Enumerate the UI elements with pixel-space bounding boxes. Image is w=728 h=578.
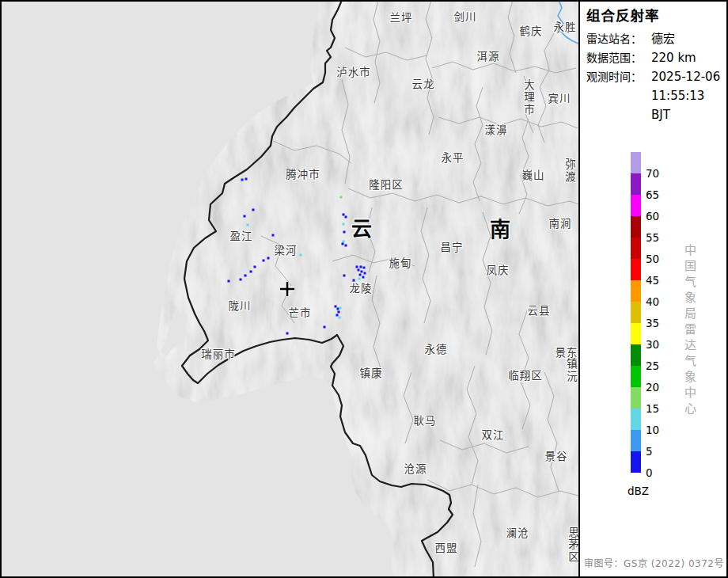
place-label: 施甸 xyxy=(389,254,412,270)
legend-tick: 50 xyxy=(646,252,659,266)
legend-color-segment xyxy=(631,259,641,280)
legend-color-segment xyxy=(631,430,641,451)
place-label: 凤庆 xyxy=(487,261,510,277)
province-label: 云 xyxy=(351,212,372,241)
place-label: 云龙 xyxy=(412,75,435,91)
legend-tick: 30 xyxy=(646,337,659,352)
legend-tick-labels: 7065605550454035302520151050 xyxy=(646,152,674,485)
legend-tick: 65 xyxy=(646,188,659,202)
legend-tick: 25 xyxy=(646,359,659,373)
map-labels: 兰坪剑川鹤庆永胜泸水市洱源云龙大理市宾川漾濞永平巍山弥渡腾冲市隆阳区南涧云南盈江… xyxy=(0,0,578,578)
place-label: 沧源 xyxy=(404,460,427,476)
legend-color-segment xyxy=(631,387,641,409)
place-label: 芒市 xyxy=(289,304,312,320)
place-label: 宾川 xyxy=(548,89,571,105)
place-label: 永德 xyxy=(425,340,448,356)
legend-tick: 60 xyxy=(646,209,659,223)
place-label: 澜沧 xyxy=(506,524,529,540)
place-label: 泸水市 xyxy=(336,63,371,79)
legend-tick: 15 xyxy=(646,401,659,416)
place-label: 兰坪 xyxy=(390,9,413,25)
legend-color-segment xyxy=(631,173,641,195)
map-approval-number: 审图号：GS京 (2022) 0372号 xyxy=(580,556,728,569)
place-label: 昌宁 xyxy=(441,238,464,254)
place-label: 洱源 xyxy=(477,48,500,63)
legend-color-segment xyxy=(631,152,641,173)
place-label: 临翔区 xyxy=(508,367,543,382)
legend-color-segment xyxy=(631,280,641,302)
place-label: 镇沅 xyxy=(563,359,579,383)
legend-tick: 55 xyxy=(646,230,659,245)
place-label: 南涧 xyxy=(549,215,572,230)
map-area: 兰坪剑川鹤庆永胜泸水市洱源云龙大理市宾川漾濞永平巍山弥渡腾冲市隆阳区南涧云南盈江… xyxy=(0,0,580,578)
reflectivity-legend: 7065605550454035302520151050 dBZ xyxy=(580,0,728,578)
place-label: 隆阳区 xyxy=(369,176,404,192)
legend-color-segment xyxy=(631,195,641,216)
place-label: 腾冲市 xyxy=(286,165,320,181)
place-label: 瑞丽市 xyxy=(201,345,236,361)
legend-color-segment xyxy=(631,238,641,259)
legend-color-segment xyxy=(631,302,641,323)
legend-tick: 5 xyxy=(646,444,653,458)
province-label: 南 xyxy=(490,213,510,242)
place-label: 鹤庆 xyxy=(520,22,543,38)
legend-tick: 0 xyxy=(646,466,653,480)
info-panel: 组合反射率 雷达站名：德宏数据范围：220 km观测时间：2025-12-061… xyxy=(580,0,728,578)
place-label: 景东 xyxy=(555,344,578,359)
legend-color-bar xyxy=(631,152,641,473)
place-label: 镇康 xyxy=(360,364,383,380)
place-label: 剑川 xyxy=(454,8,477,24)
legend-tick: 40 xyxy=(646,295,659,309)
legend-tick: 45 xyxy=(646,273,659,287)
legend-color-segment xyxy=(631,451,641,473)
place-label: 龙陵 xyxy=(350,279,373,295)
place-label: 大理市 xyxy=(521,79,537,116)
legend-color-segment xyxy=(631,344,641,366)
legend-color-segment xyxy=(631,323,641,344)
watermark-text: 中国气象局雷达气象中心 xyxy=(681,244,698,418)
place-label: 景谷 xyxy=(545,447,568,463)
place-label: 梁河 xyxy=(275,241,298,257)
place-label: 永胜 xyxy=(554,18,577,34)
place-label: 云县 xyxy=(528,302,551,318)
place-label: 巍山 xyxy=(522,166,545,182)
radar-product-window: 兰坪剑川鹤庆永胜泸水市洱源云龙大理市宾川漾濞永平巍山弥渡腾冲市隆阳区南涧云南盈江… xyxy=(0,0,728,578)
place-label: 永平 xyxy=(442,149,464,165)
place-label: 耿马 xyxy=(414,412,437,428)
place-label: 双江 xyxy=(482,426,505,442)
legend-tick: 10 xyxy=(646,423,659,437)
place-label: 陇川 xyxy=(229,297,252,313)
legend-tick: 70 xyxy=(646,166,659,181)
legend-color-segment xyxy=(631,366,641,387)
place-label: 弥渡 xyxy=(562,159,578,184)
legend-color-segment xyxy=(631,216,641,238)
place-label: 漾濞 xyxy=(485,121,508,137)
legend-unit-label: dBZ xyxy=(628,485,649,497)
legend-tick: 20 xyxy=(646,380,659,394)
place-label: 西盟 xyxy=(435,539,458,555)
place-label: 思茅区 xyxy=(565,527,580,564)
legend-color-segment xyxy=(631,409,641,430)
legend-tick: 35 xyxy=(646,316,659,330)
place-label: 盈江 xyxy=(230,227,253,243)
